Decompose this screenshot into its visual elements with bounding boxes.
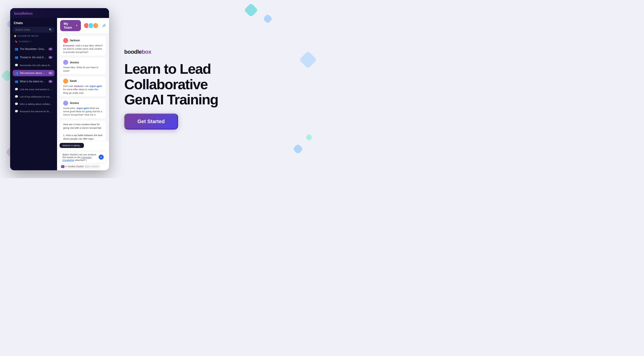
mention-jackson: Jackson [74, 85, 83, 87]
message-header: Jackson [63, 38, 103, 43]
bubble-icon-2: 💬 [15, 88, 18, 91]
avatar-jessica-2 [63, 101, 68, 106]
app-screenshot: boodlebox Chats 🔍 ⭐ FAVORITE BOTS 🔖 STAR… [10, 8, 109, 170]
sidebar-item-label: Remember this info about Bood... [20, 64, 52, 67]
sidebar-item-viral[interactable]: 💬 Link the most viral tweets in the... [13, 87, 55, 92]
headline: Learn to Lead Collaborative GenAI Traini… [124, 61, 312, 107]
sidebar-item-research[interactable]: 💬 Research the internet for the top... [13, 109, 55, 114]
mention-gengpt4: @gen-gpt4 [89, 85, 102, 87]
avatar-jackson [63, 38, 68, 43]
chat-title: My Team [64, 22, 74, 29]
chat-title-dropdown[interactable]: My Team ▾ [60, 20, 81, 31]
bot-selector-label: ▾ [65, 165, 67, 168]
link-icon[interactable]: 🔗 [102, 24, 106, 27]
msg-text-jessica-1: Sweet idea. What do you have in mind? [63, 66, 103, 72]
sidebar-item-collaborati[interactable]: 💬 Who is talking about collaborati... [13, 101, 55, 107]
gen-text-item1: 1. Host a rap battle between the bots wh… [63, 134, 102, 141]
bubble-icon-3: 💬 [15, 95, 18, 98]
chevron-down-icon-2: ▾ [76, 24, 77, 27]
message-jackson: Jackson Everyone I had a crazy idea. Wha… [60, 36, 106, 56]
message-jessica-1: Jessica Sweet idea. What do you have in … [60, 58, 106, 74]
sidebar-item-news[interactable]: 👥 What is the latest news about... 5 [13, 78, 55, 85]
msg-mention-everyone: Everyone [63, 44, 74, 47]
right-content: boodlebox Learn to Lead Collaborative Ge… [119, 44, 312, 134]
chat-main: My Team ▾ 🔗 [57, 18, 109, 170]
message-header-3: Sarah [63, 79, 103, 84]
sidebar-badge-2: 2 [48, 56, 52, 59]
group-icon: 👥 [15, 47, 18, 51]
send-button[interactable]: ➤ [99, 155, 104, 160]
chat-input-area: Jackson is typing... @gen-claude2 can yo… [57, 141, 109, 170]
msg-name-jackson: Jackson [70, 39, 80, 42]
search-bar[interactable]: 🔍 [13, 27, 55, 33]
msg-text-jessica-2: Good point. @gen-gpt4 What are some good… [63, 106, 103, 117]
brand-logo: boodlebox [124, 49, 312, 55]
group-icon-2: 👥 [15, 56, 18, 59]
avatar-stack [83, 23, 99, 29]
search-input[interactable] [15, 28, 47, 31]
sidebar-active-badge: ! [48, 72, 52, 74]
logo-box: box [26, 11, 33, 15]
sidebar-title: Chats [13, 21, 55, 25]
headline-line3: GenAI Training [124, 92, 312, 107]
input-footer: A ▾ GenBot Claude2 @gen-claude2 [60, 163, 106, 169]
shield-icon: 🔖 [15, 40, 17, 43]
brand-boodle: boodle [124, 49, 142, 55]
avatar-sarah [63, 79, 68, 84]
sidebar-item-thread[interactable]: 👥 Thread re: the viral GroupChat 2 [13, 54, 55, 61]
message-header-4: Jessica [63, 101, 103, 106]
bubble-icon-5: 💬 [15, 110, 18, 113]
starred-section: 🔖 STARRED ▾ [13, 39, 55, 44]
logo-boodle: boodle [14, 11, 26, 15]
bubble-icon-4: 💬 [15, 102, 18, 106]
get-started-button[interactable]: Get Started [124, 114, 178, 129]
group-icon-active: 👥 [15, 71, 18, 75]
page-wrapper: boodlebox Chats 🔍 ⭐ FAVORITE BOTS 🔖 STAR… [0, 0, 322, 178]
group-icon-3: 👥 [15, 80, 18, 83]
favorite-bots-label: ⭐ FAVORITE BOTS [13, 35, 55, 37]
sidebar-item-newsletter[interactable]: 👥 The Newsletter: GroupChat Ed... 3 [13, 46, 55, 52]
msg-name-jessica-2: Jessica [70, 102, 79, 104]
input-text-suffix: attached? | [74, 159, 87, 161]
star-icon: ⭐ [14, 35, 17, 37]
bubble-icon: 💬 [15, 64, 18, 67]
app-logo: boodlebox [14, 11, 105, 15]
avatar-jessica [63, 60, 68, 65]
sidebar-item-label: What is the latest news about... [20, 80, 47, 83]
sidebar: Chats 🔍 ⭐ FAVORITE BOTS 🔖 STARRED ▾ 👥 [10, 18, 57, 170]
sidebar-item-active-label: Tell everyone about GenAI GroupChat? [20, 72, 47, 74]
sidebar-item-influencers[interactable]: 💬 List of top Influencers to make G... [13, 94, 55, 99]
msg-name-jessica: Jessica [70, 61, 79, 64]
chat-input-box[interactable]: @gen-claude2 can you analyze this based … [60, 151, 106, 163]
brand-box: box [142, 49, 151, 55]
input-text: @gen-claude2 can you analyze this based … [62, 153, 97, 161]
bot-selector[interactable]: A ▾ GenBot Claude2 @gen-claude2 [60, 164, 100, 169]
sidebar-item-label: Thread re: the viral GroupChat [20, 56, 47, 59]
generated-content: Here are 3 more creative ideas for going… [60, 121, 106, 141]
bot-selector-icon: A [61, 165, 64, 168]
sidebar-badge: 3 [48, 48, 52, 50]
msg-text-jackson: Everyone I had a crazy idea. What if we … [63, 44, 103, 54]
message-sarah: Sarah Don't ask Jackson. Ask @gen-gpt4 f… [60, 77, 106, 97]
avatar-3 [93, 23, 99, 29]
chat-header: My Team ▾ 🔗 [57, 18, 109, 33]
app-header: boodlebox [10, 8, 109, 18]
chat-messages: Jackson Everyone I had a crazy idea. Wha… [57, 33, 109, 141]
sidebar-item-active[interactable]: 👥 Tell everyone about GenAI GroupChat? ! [13, 70, 55, 76]
msg-text-sarah: Don't ask Jackson. Ask @gen-gpt4 for som… [63, 84, 103, 95]
chevron-down-icon: ▾ [30, 40, 31, 43]
sidebar-item-remember[interactable]: 💬 Remember this info about Bood... [13, 63, 55, 68]
msg-name-sarah: Sarah [70, 80, 77, 82]
search-icon: 🔍 [49, 28, 52, 31]
app-body: Chats 🔍 ⭐ FAVORITE BOTS 🔖 STARRED ▾ 👥 [10, 18, 109, 170]
message-header-2: Jessica [63, 60, 103, 65]
headline-line2: Collaborative [124, 77, 312, 92]
bot-selector-name: GenBot Claude2 [68, 165, 84, 168]
headline-line1: Learn to Lead [124, 61, 312, 77]
bot-selector-handle: @gen-claude2 [85, 165, 99, 168]
sidebar-item-label: The Newsletter: GroupChat Ed... [20, 48, 47, 50]
typing-indicator: Jackson is typing... [60, 143, 84, 148]
mention-gpt4-2: @gen-gpt4 [76, 107, 89, 109]
sidebar-badge-news: 5 [48, 80, 52, 83]
gen-text-intro: Here are 3 more creative ideas for going… [63, 123, 102, 129]
